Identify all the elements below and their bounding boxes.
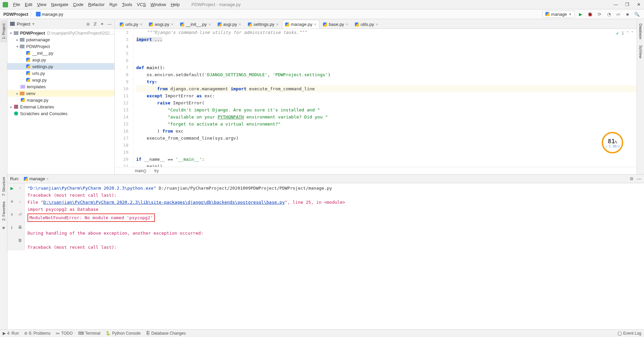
status-terminal[interactable]: ⌨ Terminal xyxy=(78,331,100,336)
menu-refactor[interactable]: Refactor xyxy=(86,2,107,7)
breadcrumb-file[interactable]: manage.py xyxy=(42,12,63,17)
coverage-button[interactable]: ⟳ xyxy=(596,10,603,18)
tree-manage[interactable]: manage.py xyxy=(7,97,114,103)
sidetab-sciview[interactable]: SciView xyxy=(638,42,644,61)
tab-wsgi[interactable]: wsgi.py× xyxy=(146,20,176,29)
menu-help[interactable]: Help xyxy=(168,2,182,7)
run-button[interactable]: ▶ xyxy=(577,10,584,18)
settings-icon[interactable]: ✦ xyxy=(100,21,104,27)
close-icon[interactable]: × xyxy=(209,22,211,27)
expand-icon[interactable]: ⇵ xyxy=(93,21,97,27)
chevron-down-icon: ▼ xyxy=(569,12,572,16)
python-icon xyxy=(24,177,28,181)
down-button[interactable]: ↓ xyxy=(17,198,23,204)
bookmark-icon[interactable]: ★ xyxy=(2,225,6,230)
tree-pdwmanage[interactable]: ▸ pdwmanage xyxy=(7,36,114,43)
tab-base[interactable]: base.py× xyxy=(320,20,351,29)
minimize-button[interactable]: — xyxy=(613,2,619,7)
scroll-button[interactable] xyxy=(9,237,15,243)
profile-button[interactable]: ◔ xyxy=(605,10,612,18)
crumb-try[interactable]: try xyxy=(154,168,159,173)
hide-icon[interactable]: — xyxy=(637,176,641,181)
traceback-link[interactable]: D:\ruanjian\PyCharm\PyCharm 2020.2.3\lib… xyxy=(43,200,285,205)
menu-run[interactable]: Run xyxy=(107,2,120,7)
up-button[interactable]: ↑ xyxy=(17,185,23,191)
inspection-badge[interactable]: ✔ 1 ˄ ˅ xyxy=(616,31,633,36)
tab-settings[interactable]: settings.py× xyxy=(245,20,281,29)
tab-asgi[interactable]: asgi.py× xyxy=(215,20,244,29)
close-icon[interactable]: × xyxy=(46,177,48,181)
tree-asgi[interactable]: asgi.py xyxy=(7,56,114,63)
tab-urls[interactable]: urls.py× xyxy=(117,20,145,29)
tree-extlib[interactable]: ▸ External Libraries xyxy=(7,103,114,110)
tree-wsgi[interactable]: wsgi.py xyxy=(7,77,114,83)
tree-urls[interactable]: urls.py xyxy=(7,70,114,77)
console-output[interactable]: "D:\ruanjian\PyCharm\PyCharm 2020.2.3\py… xyxy=(25,183,644,250)
breadcrumb-project[interactable]: PDWProject xyxy=(3,12,28,17)
tab-utils[interactable]: utils.py× xyxy=(352,20,381,29)
run-config-dropdown[interactable]: manage ▼ xyxy=(542,11,575,18)
tree-venv[interactable]: ▸ venv xyxy=(7,90,114,97)
close-button[interactable]: ✕ xyxy=(636,2,641,7)
tree-settings[interactable]: settings.py xyxy=(7,63,114,70)
status-dbchanges[interactable]: 🗄 Database Changes xyxy=(146,331,186,336)
chevron-down-icon[interactable]: ˅ xyxy=(631,31,633,36)
status-run[interactable]: ▶ 4: Run xyxy=(3,331,19,336)
trash-button[interactable]: 🗑 xyxy=(17,237,23,243)
sidetab-structure[interactable]: 7: Structure xyxy=(1,174,6,199)
close-icon[interactable]: × xyxy=(140,22,142,27)
stop-button[interactable]: ■ xyxy=(9,198,15,204)
tree-pdwproject[interactable]: ▾ PDWProject xyxy=(7,43,114,50)
run-tab-manage[interactable]: manage × xyxy=(22,176,50,182)
menu-edit[interactable]: Edit xyxy=(22,2,35,7)
menu-vcs[interactable]: VCS xyxy=(135,2,148,7)
rerun-button[interactable]: ▶ xyxy=(9,185,15,191)
menu-code[interactable]: Code xyxy=(71,2,86,7)
stop-button[interactable]: ■ xyxy=(624,10,631,18)
code-content[interactable]: """Django's command-line utility for adm… xyxy=(133,29,637,167)
close-icon[interactable]: × xyxy=(171,22,173,27)
project-tree[interactable]: ▾ PDWProject D:\ruanjian\PyCharmProject\… xyxy=(7,29,114,174)
close-icon[interactable]: × xyxy=(239,22,241,27)
code-breadcrumb: main() 〉 try xyxy=(115,167,637,174)
project-panel-title[interactable]: Project xyxy=(17,21,30,27)
menu-navigate[interactable]: Navigate xyxy=(49,2,70,7)
close-icon[interactable]: × xyxy=(376,22,378,27)
tree-root[interactable]: ▾ PDWProject D:\ruanjian\PyCharmProject\… xyxy=(7,30,114,36)
gear-icon[interactable]: ⚙ xyxy=(630,176,634,181)
concurrency-button[interactable]: ≔ xyxy=(614,10,622,18)
sidetab-favorites[interactable]: 2: Favorites xyxy=(1,199,6,223)
export-button[interactable]: ⤓ xyxy=(9,224,15,230)
search-everywhere-button[interactable]: 🔍 xyxy=(633,10,641,18)
locate-icon[interactable]: ⊕ xyxy=(86,21,90,27)
hide-icon[interactable]: — xyxy=(107,21,112,27)
status-problems[interactable]: ⊘ 6: Problems xyxy=(24,331,50,336)
chevron-up-icon[interactable]: ˄ xyxy=(627,31,629,36)
sidetab-database[interactable]: Database xyxy=(638,20,644,42)
code-editor[interactable]: 2345678910111213141516171819202122 """Dj… xyxy=(115,29,637,167)
sidetab-project[interactable]: 1: Project xyxy=(1,20,7,42)
print-button[interactable]: 🖶 xyxy=(17,224,23,230)
crumb-main[interactable]: main() xyxy=(135,168,146,173)
menu-view[interactable]: View xyxy=(35,2,49,7)
maximize-button[interactable]: ❐ xyxy=(625,2,630,7)
tree-init[interactable]: __init__.py xyxy=(7,50,114,56)
close-icon[interactable]: × xyxy=(276,22,278,27)
close-icon[interactable]: × xyxy=(314,22,316,27)
menu-file[interactable]: File xyxy=(11,2,22,7)
menu-tools[interactable]: Tools xyxy=(120,2,135,7)
menu-window[interactable]: Window xyxy=(148,2,168,7)
editor-tabbar: urls.py× wsgi.py× __init__.py× asgi.py× … xyxy=(115,19,637,29)
tree-scratch[interactable]: Scratches and Consoles xyxy=(7,110,114,117)
dropdown-icon[interactable]: ▼ xyxy=(32,22,35,26)
tab-init[interactable]: __init__.py× xyxy=(177,20,214,29)
tab-manage[interactable]: manage.py× xyxy=(282,20,319,29)
status-pyconsole[interactable]: 🐍 Python Console xyxy=(106,331,141,336)
restart-button[interactable]: ≡ xyxy=(9,211,15,218)
soft-wrap-button[interactable]: ⏎ xyxy=(17,211,23,218)
debug-button[interactable]: 🐞 xyxy=(586,10,594,18)
tree-templates[interactable]: templates xyxy=(7,83,114,90)
status-eventlog[interactable]: ◯ Event Log xyxy=(618,331,641,336)
close-icon[interactable]: × xyxy=(346,22,348,27)
status-todo[interactable]: ≔ TODO xyxy=(56,331,72,336)
